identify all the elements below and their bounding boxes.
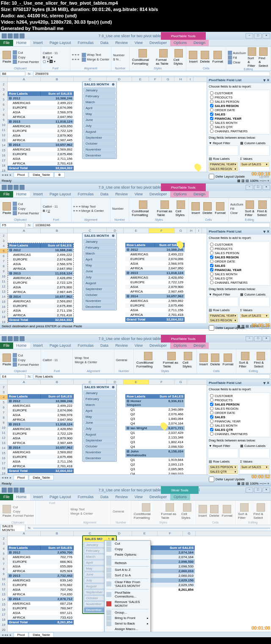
tab-developer[interactable]: Developer [146,40,170,46]
field-item[interactable]: CUSTOMER [210,394,268,398]
tab-design[interactable]: Design [190,40,209,46]
slicer-item[interactable]: April [83,105,116,111]
slicer-item[interactable]: October [83,141,116,146]
slicer[interactable]: SALES MONTH⊗ JanuaryFebruaryMarchAprilMa… [82,233,117,310]
pivot-table-salesperson[interactable]: Row LabelsSum of SALES ⊟ Homer Simpson8,… [125,394,185,474]
cm-pt-connections[interactable]: PivotTable Connections... [105,590,150,599]
format-button[interactable]: Format [212,51,224,63]
slicer-item[interactable]: January [83,88,116,93]
slicer-item[interactable]: August [83,280,116,286]
slicer-item[interactable]: March [83,99,116,105]
field-item[interactable]: SALES REGION [210,104,268,108]
format-painter-button[interactable]: Format Painter [13,60,39,64]
cm-refresh[interactable]: Refresh [105,560,150,566]
field-item[interactable]: FINANCIAL YEAR [210,116,268,121]
tab-review[interactable]: Review [112,40,131,46]
cm-macro[interactable]: Assign Macro... [105,626,150,632]
slicer-item[interactable]: May [83,111,116,117]
cm-group[interactable]: Group... [105,610,150,615]
field-item[interactable]: SALES QTR [210,125,268,129]
clear-button[interactable]: Clear [228,60,241,64]
slicer-item[interactable]: November [83,449,116,455]
slicer-item[interactable]: May [83,263,116,268]
slicer-item[interactable]: July [83,123,116,129]
field-item[interactable]: SALES [210,112,268,116]
field-item[interactable]: ORDER DATE [210,411,268,415]
slicer-item[interactable]: March [83,402,116,408]
pivot-table-left[interactable]: Row LabelsSum of SALES ⊟ 201210,388,246A… [8,243,73,322]
formula-input[interactable]: 2566978 [33,71,270,76]
fx-icon[interactable]: fx [25,72,33,76]
field-item[interactable]: SALES [210,415,268,419]
slicer-clear-icon[interactable]: ⊗ [112,82,115,86]
slicer-item[interactable]: July [83,274,116,280]
slicer-item[interactable]: January [83,390,116,396]
field-item[interactable]: PRODUCTS [210,247,268,251]
cm-cut[interactable]: Cut [105,541,150,546]
sheet-tab-pivot[interactable]: Pivot [14,172,29,178]
field-item[interactable]: SALES MONTH [210,121,268,125]
slicer-item[interactable]: April [83,257,116,262]
pivot-table-1[interactable]: Row LabelsSum of SALES ⊟ 201210,388,246A… [8,91,74,170]
slicer-item[interactable]: November [83,147,116,152]
slicer-item[interactable]: August [83,432,116,437]
field-item[interactable]: CHANNEL PARTNERS [210,129,268,133]
field-item[interactable]: FINANCIAL YEAR [210,268,268,272]
tab-pagelayout[interactable]: Page Layout [46,40,75,46]
slicer-item[interactable]: February [83,245,116,250]
field-item[interactable]: PRODUCTS [210,95,268,99]
field-item[interactable]: SALES MONTH [210,423,268,428]
field-item[interactable]: SALES PERSON [210,402,268,406]
fmt-table-button[interactable]: Format as Table [155,49,172,66]
autosum-button[interactable]: AutoSum [228,51,246,55]
field-item[interactable]: PRODUCTS [210,398,268,402]
field-item[interactable]: SALES MONTH [210,272,268,276]
slicer-item[interactable]: January [83,239,116,244]
tab-insert[interactable]: Insert [30,40,47,46]
slicer-item[interactable]: June [83,117,116,123]
slicer-item[interactable]: September [83,286,116,292]
cm-send-back[interactable]: Send to Back [105,621,150,626]
window-controls[interactable]: −□× [246,33,270,38]
fill-button[interactable]: Fill [228,55,237,60]
slicer-item[interactable]: October [83,444,116,449]
cond-fmt-button[interactable]: Conditional Formatting [131,49,154,66]
slicer-item[interactable]: September [83,438,116,443]
field-item[interactable]: SALES QTR [210,428,268,432]
cm-sort-az[interactable]: Sort A to Z [105,567,150,573]
cut-button[interactable]: Cut [13,50,23,55]
slicer-item[interactable]: October [83,292,116,298]
tab-formulas[interactable]: Formulas [75,40,97,46]
row-headers[interactable]: 2345678910111213141516171819202122 [0,82,8,172]
field-item[interactable]: SALES QTR [210,276,268,280]
number-format[interactable]: Number [113,53,124,57]
field-item[interactable]: ORDER DATE [210,259,268,263]
slicer-item[interactable]: March [83,251,116,256]
field-item[interactable]: SALES REGION [210,406,268,411]
field-item[interactable]: SALES [210,263,268,268]
slicer-item[interactable]: August [83,129,116,134]
cell-styles-button[interactable]: Cell Styles [173,49,185,66]
slicer-item[interactable]: February [83,396,116,402]
field-item[interactable]: ORDER DATE [210,108,268,112]
name-box[interactable]: B8 [0,71,25,76]
slicer-item[interactable]: November [83,298,116,304]
field-item[interactable]: CHANNEL PARTNERS [210,432,268,436]
slicer-item[interactable]: February [83,93,116,99]
field-item[interactable]: CUSTOMER [210,91,268,95]
slicer-item[interactable]: December [83,304,116,310]
find-select-button[interactable]: Find & Select [258,47,269,68]
defer-checkbox[interactable] [209,174,214,179]
tab-home[interactable]: Home [13,40,30,46]
cm-clear-filter[interactable]: Clear Filter From 'SALES MONTH' [105,579,150,589]
slicer-item[interactable]: December [83,455,116,461]
copy-button[interactable]: Copy [13,55,25,59]
field-item[interactable]: SALES PERSON [210,99,268,104]
cm-bring-front[interactable]: Bring to Front [105,615,150,621]
sheet-tab-data[interactable]: Data_Table [29,172,53,178]
paste-button[interactable]: Paste [2,51,12,63]
field-item[interactable]: FINANCIAL YEAR [210,419,268,423]
tab-file[interactable]: File [0,40,13,46]
sort-filter-button[interactable]: Sort & Filter [247,47,257,68]
cm-sort-za[interactable]: Sort Z to A [105,573,150,578]
